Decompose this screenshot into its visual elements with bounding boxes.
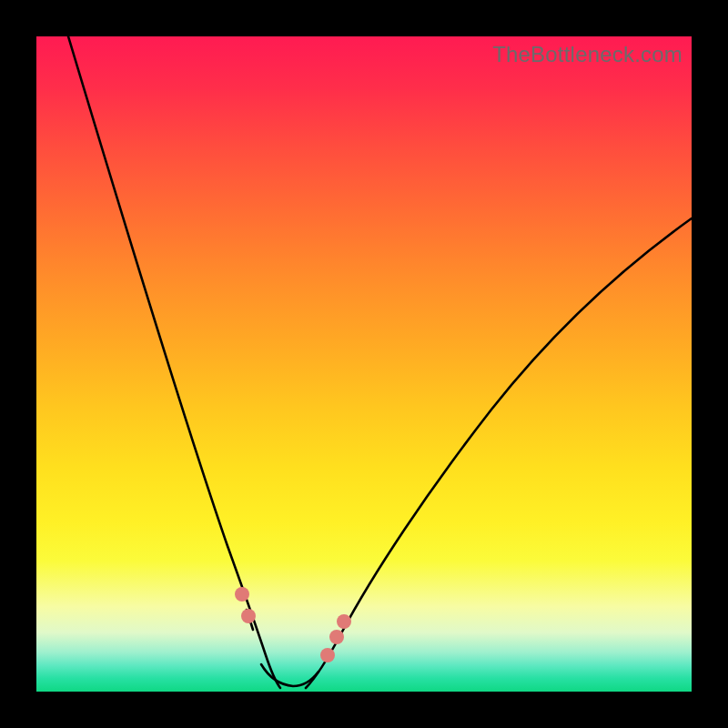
marker-dot-left-1	[235, 587, 249, 602]
curve-left-branch	[68, 36, 280, 688]
marker-dot-left-2	[241, 609, 256, 623]
chart-frame: TheBottleneck.com	[0, 0, 728, 728]
marker-dot-right-2	[329, 630, 344, 644]
curve-minimum-highlight	[261, 664, 318, 686]
bottleneck-curve	[36, 36, 692, 692]
marker-dot-right-1	[320, 648, 335, 662]
chart-plot-area: TheBottleneck.com	[36, 36, 692, 692]
marker-segment-left	[247, 610, 253, 630]
marker-dot-right-3	[337, 614, 351, 629]
curve-right-branch	[306, 218, 692, 688]
watermark-text: TheBottleneck.com	[492, 42, 682, 67]
